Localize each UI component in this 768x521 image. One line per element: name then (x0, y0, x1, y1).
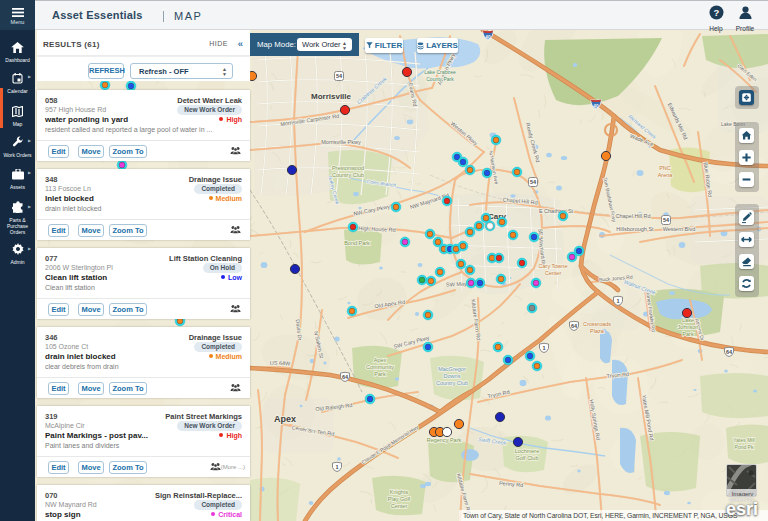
svg-text:Lochmere: Lochmere (515, 448, 539, 454)
svg-text:1: 1 (616, 298, 619, 304)
svg-text:Regency Park: Regency Park (427, 437, 462, 443)
svg-text:Community: Community (366, 364, 394, 370)
svg-text:Country Club: Country Club (332, 172, 364, 178)
svg-text:Center: Center (545, 270, 562, 276)
svg-text:Hillsborough St: Hillsborough St (616, 226, 654, 232)
svg-text:Morrisville Pkwy: Morrisville Pkwy (321, 139, 361, 145)
svg-text:54: 54 (336, 73, 343, 79)
svg-text:Cary Towne: Cary Towne (539, 263, 568, 269)
svg-text:Bond Park: Bond Park (344, 240, 370, 246)
svg-text:US 64W: US 64W (270, 360, 291, 367)
svg-text:54: 54 (530, 179, 537, 185)
svg-text:Yates Mill: Yates Mill (733, 437, 754, 443)
svg-text:40: 40 (485, 35, 491, 40)
svg-text:Country Club: Country Club (436, 380, 468, 386)
svg-text:54: 54 (663, 217, 670, 223)
svg-text:Plaza: Plaza (590, 328, 605, 334)
svg-text:Arena: Arena (658, 172, 674, 178)
svg-text:Downs: Downs (444, 373, 461, 379)
svg-text:Apex: Apex (274, 414, 296, 424)
svg-text:64: 64 (571, 323, 578, 329)
svg-text:Golf Club: Golf Club (516, 455, 539, 461)
svg-text:Morrisville: Morrisville (311, 92, 352, 101)
svg-text:Chapel Hill Rd: Chapel Hill Rd (615, 213, 650, 219)
svg-text:MacGregor: MacGregor (438, 366, 466, 372)
svg-text:40: 40 (593, 104, 599, 109)
svg-text:Knights: Knights (390, 489, 409, 495)
svg-text:Park: Park (374, 371, 386, 377)
svg-text:Park: Park (682, 331, 694, 337)
svg-text:Johnson: Johnson (678, 324, 699, 330)
svg-text:Western Blvd: Western Blvd (663, 226, 696, 232)
svg-text:County Park: County Park (426, 76, 454, 82)
svg-text:Crossroads: Crossroads (583, 321, 611, 327)
svg-text:E Chatham St: E Chatham St (539, 208, 574, 214)
svg-text:Lake Crabtree: Lake Crabtree (424, 69, 456, 75)
svg-text:1: 1 (335, 464, 338, 470)
svg-text:Play Golf: Play Golf (388, 496, 411, 502)
svg-text:Apex: Apex (374, 357, 387, 363)
svg-text:Pond Pk: Pond Pk (735, 444, 754, 450)
svg-text:64: 64 (726, 349, 733, 355)
svg-text:PNC: PNC (659, 165, 671, 171)
svg-text:Center: Center (391, 503, 408, 509)
svg-text:1: 1 (542, 345, 545, 351)
svg-text:?: ? (713, 7, 719, 18)
svg-text:Prestonwood: Prestonwood (332, 165, 364, 171)
svg-text:64: 64 (342, 374, 349, 380)
